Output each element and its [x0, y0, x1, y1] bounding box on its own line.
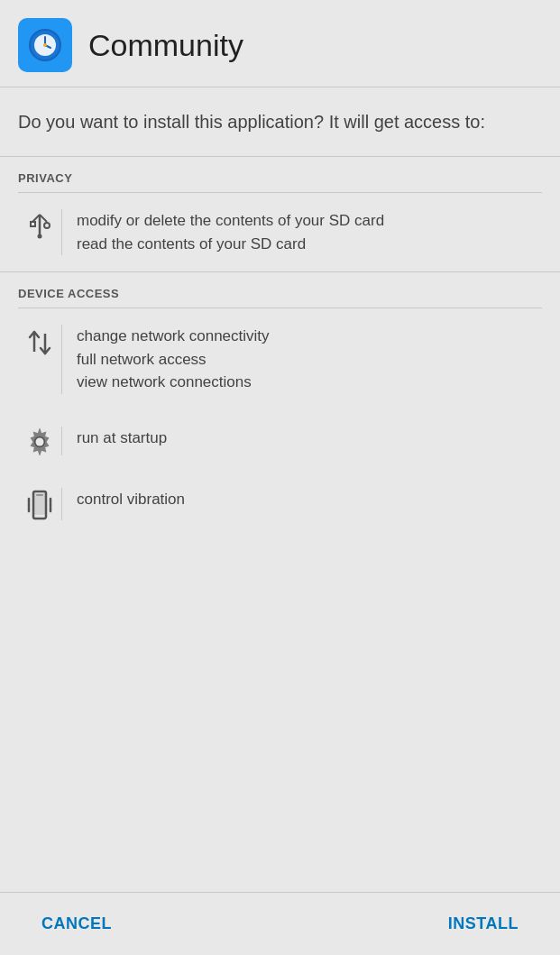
storage-item-1: modify or delete the contents of your SD…: [77, 209, 542, 233]
install-button[interactable]: INSTALL: [434, 907, 533, 941]
svg-rect-10: [31, 222, 35, 226]
app-title: Community: [88, 28, 243, 63]
vibration-separator: [61, 488, 62, 520]
privacy-section-header: PRIVACY: [0, 157, 560, 192]
storage-permission-text: modify or delete the contents of your SD…: [77, 209, 542, 255]
app-header: Community: [0, 0, 560, 87]
install-question: Do you want to install this application?…: [0, 87, 560, 156]
network-icon: [18, 325, 61, 359]
vibration-permission-text: control vibration: [77, 488, 542, 511]
network-item-1: change network connectivity: [77, 325, 542, 348]
vibration-icon: [18, 488, 61, 520]
svg-point-20: [36, 437, 44, 445]
network-permission-text: change network connectivity full network…: [77, 325, 542, 394]
svg-point-11: [44, 223, 50, 228]
device-access-section-header: DEVICE ACCESS: [0, 272, 560, 308]
storage-item-2: read the contents of your SD card: [77, 233, 542, 256]
startup-item-1: run at startup: [77, 427, 542, 450]
footer: CANCEL INSTALL: [0, 892, 560, 955]
cancel-button[interactable]: CANCEL: [27, 907, 126, 941]
startup-separator: [61, 427, 62, 455]
svg-point-6: [43, 43, 47, 47]
startup-permission-row: run at startup: [0, 410, 560, 472]
svg-rect-23: [33, 493, 46, 515]
network-item-3: view network connections: [77, 371, 542, 394]
gear-icon: [18, 427, 61, 455]
vibration-permission-row: control vibration: [0, 472, 560, 537]
network-separator: [61, 325, 62, 394]
network-item-2: full network access: [77, 348, 542, 372]
storage-separator: [61, 209, 62, 255]
network-permission-row: change network connectivity full network…: [0, 308, 560, 410]
startup-permission-text: run at startup: [77, 427, 542, 450]
svg-point-12: [38, 234, 42, 239]
vibration-item-1: control vibration: [77, 488, 542, 511]
usb-icon: [18, 209, 61, 240]
storage-permission-row: modify or delete the contents of your SD…: [0, 193, 560, 271]
app-icon: [18, 18, 72, 72]
